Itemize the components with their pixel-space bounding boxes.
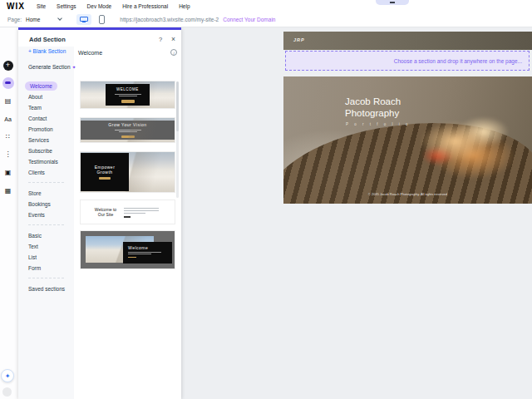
category-divider [28,224,64,225]
thumb-title: Empower Growth [91,165,119,175]
site-design-button[interactable]: Aa [2,113,14,126]
site-url: https://jacobroach3.wixsite.com/my-site-… [120,17,219,22]
hero-copyright: © 2035 Jacob Roach Photography. All righ… [337,192,480,196]
hero-title-line2: Photography [345,107,401,119]
layouts-button[interactable]: ▦ [2,185,14,197]
thumb-text-box: Empower Growth [81,153,129,191]
thumb-text-box: Welcome [123,242,172,264]
section-thumbnail-welcome-overlap[interactable]: Welcome [81,231,175,268]
thumb-title: Welcome [128,245,172,250]
category-about[interactable]: About [18,91,74,102]
collapsed-topbar-handle[interactable] [376,0,409,5]
drop-hint-text: Choose a section and drop it anywhere on… [394,58,522,64]
category-promotion[interactable]: Promotion [18,124,74,135]
menu-hire-a-professional[interactable]: Hire a Professional [122,3,168,9]
panel-help-button[interactable]: ? [159,36,162,43]
menu-help[interactable]: Help [179,3,190,9]
menu-settings[interactable]: Settings [57,3,76,9]
panel-scrollbar[interactable] [176,81,179,198]
thumb-cta-button [99,177,111,180]
pages-icon: ▤ [5,97,12,105]
hero-section[interactable]: Jacob Roach Photography P o r t f o l i … [283,76,532,204]
page-selector[interactable]: Home [26,17,40,22]
category-contact[interactable]: Contact [18,113,74,124]
wix-editor-window: WIX Site Settings Dev Mode Hire a Profes… [0,0,532,399]
generate-section-label: Generate Section [28,64,71,70]
category-basic[interactable]: Basic [18,230,74,241]
category-subscribe[interactable]: Subscribe [18,145,74,156]
section-thumbnail-welcome-text[interactable]: Welcome to Our Site [81,200,175,224]
drop-section-banner[interactable]: Choose a section and drop it anywhere on… [285,51,530,71]
site-pages-button[interactable]: ▤ [2,95,14,107]
thumb-cta-button [121,135,135,139]
connect-domain-link[interactable]: Connect Your Domain [223,17,275,22]
add-elements-button[interactable]: + [2,59,14,71]
cms-icon: ⋮ [5,150,12,158]
category-form[interactable]: Form [18,263,74,273]
category-welcome[interactable]: Welcome [25,81,57,91]
thumb-readmore-link [124,216,131,218]
add-section-button[interactable] [2,76,14,89]
media-button[interactable]: ▣ [2,166,14,179]
mobile-view-button[interactable] [99,15,105,24]
thumb-text-box: Grow Your Vision [81,121,175,140]
section-thumbnail-welcome-hero[interactable]: WELCOME [81,81,175,108]
hero-photo-topping [396,108,532,187]
category-list: Welcome About Team Contact Promotion Ser… [18,76,74,294]
site-logo: JRP [293,37,305,42]
category-bookings[interactable]: Bookings [18,199,74,209]
category-saved-sections[interactable]: Saved sections [18,283,74,294]
app-market-button[interactable]: ∷ [2,131,14,143]
section-thumbnail-empower-growth[interactable]: Empower Growth [81,152,175,192]
add-section-panel: Add Section ? × + Blank Section Generate… [18,27,181,399]
placeholder-lines [124,206,165,218]
layouts-icon: ▦ [5,187,12,195]
category-divider [28,278,64,278]
section-thumbnail-grow-your-vision[interactable]: Grow Your Vision [81,118,175,142]
info-icon[interactable]: i [170,49,177,56]
category-store[interactable]: Store [18,188,74,199]
category-testimonials[interactable]: Testimonials [18,156,74,167]
hero-title: Jacob Roach Photography [345,96,401,119]
editor-toolbar: Page: Home https://jacobroach3.wixsite.c… [0,12,532,27]
handle-dash-icon [390,2,395,3]
category-list[interactable]: List [18,252,74,263]
category-clients[interactable]: Clients [18,167,74,178]
media-icon: ▣ [5,169,12,176]
site-design-icon: Aa [4,116,12,122]
chevron-down-icon[interactable] [58,16,63,21]
category-text[interactable]: Text [18,241,74,252]
panel-close-button[interactable]: × [171,35,175,43]
help-icon[interactable] [2,387,12,397]
thumb-title: Grow Your Vision [108,122,146,127]
thumb-link [128,257,136,258]
thumb-text-box: WELCOME [106,84,150,106]
section-group-title: Welcome [78,50,102,56]
hero-title-line1: Jacob Roach [345,96,401,107]
page-label: Page: [7,17,22,22]
hero-subtitle: P o r t f o l i o [346,122,410,126]
thumb-title: Welcome to Our Site [81,207,124,217]
site-header-strip[interactable]: JRP [283,32,532,50]
top-menubar: WIX Site Settings Dev Mode Hire a Profes… [0,0,532,12]
ai-sparkle-icon: ✦ [5,372,11,380]
monitor-stand-icon [82,22,86,22]
category-events[interactable]: Events [18,209,74,220]
category-services[interactable]: Services [18,135,74,145]
placeholder-lines [115,93,141,97]
wix-logo[interactable]: WIX [7,2,25,11]
desktop-view-button[interactable] [76,14,91,25]
ai-assistant-button[interactable]: ✦ [1,369,14,382]
blank-section-link[interactable]: + Blank Section [28,48,66,54]
menu-site[interactable]: Site [37,3,46,9]
thumb-title: WELCOME [116,87,139,91]
generate-section-link[interactable]: Generate Section ✦ [28,64,76,70]
category-team[interactable]: Team [18,102,74,113]
cms-button[interactable]: ⋮ [2,148,14,160]
sparkle-icon: ✦ [71,65,76,70]
panel-title: Add Section [29,36,66,43]
plus-icon: + [3,61,13,71]
menu-dev-mode[interactable]: Dev Mode [87,3,112,9]
app-market-icon: ∷ [6,133,10,140]
thumb-cta-button [121,100,135,103]
